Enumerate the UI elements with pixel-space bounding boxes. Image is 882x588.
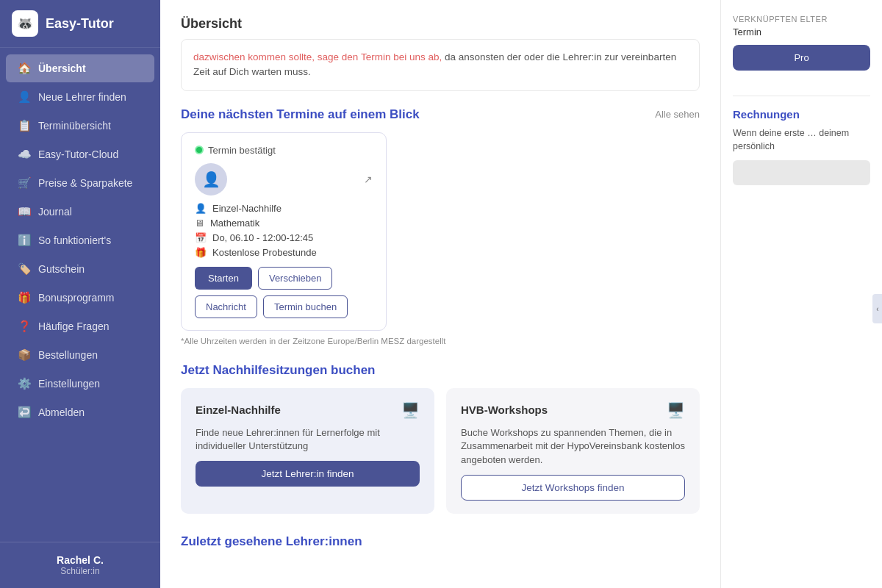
find-teacher-button[interactable]: Jetzt Lehrer:in finden — [196, 461, 420, 487]
sidebar-item-abmelden[interactable]: ↩️ Abmelden — [6, 398, 154, 426]
logo-emoji: 🦝 — [17, 15, 33, 32]
subject-label: Mathematik — [210, 218, 259, 229]
calendar-icon: 📋 — [18, 119, 31, 132]
person-icon: 👤 — [195, 203, 207, 214]
user-icon: 👤 — [18, 90, 31, 104]
date-label: Do, 06.10 - 12:00-12:45 — [212, 232, 313, 243]
hvb-title: HVB-Workshops — [461, 404, 548, 416]
linked-parent-label: verknüpften Elter — [733, 15, 870, 24]
einzel-title: Einzel-Nachhilfe — [196, 404, 281, 416]
logout-icon: ↩️ — [18, 406, 31, 419]
sidebar-item-label: Preise & Sparpakete — [38, 177, 132, 189]
teacher-row: 👤 ↗ — [195, 163, 373, 196]
monitor-icon: 🖥 — [195, 218, 204, 229]
calendar-detail-icon: 📅 — [195, 232, 207, 243]
booking-title: Jetzt Nachhilfesitzungen buchen — [181, 363, 375, 378]
page-title: Übersicht — [181, 0, 700, 39]
booking-card-header-hvb: HVB-Workshops 🖥️ — [461, 401, 685, 419]
sidebar-item-bestellungen[interactable]: 📦 Bestellungen — [6, 341, 154, 369]
user-name: Rachel C. — [12, 554, 148, 566]
teacher-avatar: 👤 — [195, 163, 227, 196]
notice-box: dazwischen kommen sollte, sage den Termi… — [181, 39, 700, 91]
divider — [733, 96, 870, 96]
appointments-title: Deine nächsten Termine auf einem Blick — [181, 107, 420, 122]
appointment-date: 📅 Do, 06.10 - 12:00-12:45 — [195, 232, 373, 243]
timezone-note: *Alle Uhrzeiten werden in der Zeitzone E… — [181, 337, 700, 345]
home-icon: 🏠 — [18, 62, 31, 75]
sidebar: 🦝 Easy-Tutor 🏠 Übersicht 👤 Neue Lehrer f… — [0, 0, 160, 588]
right-panel: ‹ verknüpften Elter Termin Pro Rechnunge… — [720, 0, 882, 588]
appointment-subject: 🖥 Mathematik — [195, 218, 373, 229]
sidebar-item-uebersicht[interactable]: 🏠 Übersicht — [6, 54, 154, 82]
sidebar-item-haeufige-fragen[interactable]: ❓ Häufige Fragen — [6, 312, 154, 340]
find-workshops-button[interactable]: Jetzt Workshops finden — [461, 475, 685, 501]
sidebar-item-label: Einstellungen — [38, 378, 100, 390]
sidebar-item-terminuebersicht[interactable]: 📋 Terminübersicht — [6, 112, 154, 140]
sidebar-item-label: Journal — [38, 206, 72, 218]
sidebar-item-label: Häufige Fragen — [38, 320, 110, 332]
appointment-note: 🎁 Kostenlose Probestunde — [195, 247, 373, 258]
sidebar-item-label: Übersicht — [38, 62, 86, 74]
package-icon: 📦 — [18, 348, 31, 362]
sidebar-item-so-funktioniert[interactable]: ℹ️ So funktioniert's — [6, 226, 154, 254]
sidebar-item-journal[interactable]: 📖 Journal — [6, 198, 154, 226]
message-button[interactable]: Nachricht — [195, 295, 257, 318]
invoices-input-placeholder — [733, 160, 870, 185]
sidebar-item-label: Gutschein — [38, 263, 85, 275]
sidebar-item-preise[interactable]: 🛒 Preise & Sparpakete — [6, 169, 154, 197]
sidebar-item-label: So funktioniert's — [38, 234, 111, 246]
einzel-icon: 🖥️ — [401, 401, 420, 419]
info-icon: ℹ️ — [18, 234, 31, 247]
actions-row2: Nachricht Termin buchen — [195, 295, 373, 318]
linked-parent-value: Termin — [733, 26, 870, 37]
invoices-section: Rechnungen Wenn deine erste … deinem per… — [733, 108, 870, 185]
actions-row1: Starten Verschieben — [195, 267, 373, 290]
logo-icon: 🦝 — [12, 10, 38, 37]
notice-highlight: dazwischen kommen sollte, sage den Termi… — [193, 51, 442, 62]
appointments-header: Deine nächsten Termine auf einem Blick A… — [181, 107, 700, 122]
promo-button[interactable]: Pro — [733, 45, 870, 71]
cloud-icon: ☁️ — [18, 148, 31, 161]
logo-text: Easy-Tutor — [46, 16, 114, 32]
appointment-status: Termin bestätigt — [195, 145, 373, 156]
sidebar-item-cloud[interactable]: ☁️ Easy-Tutor-Cloud — [6, 140, 154, 168]
user-info: Rachel C. Schüler:in — [0, 542, 160, 588]
book-icon: 📖 — [18, 205, 31, 218]
content-area: Übersicht dazwischen kommen sollte, sage… — [160, 0, 720, 588]
postpone-button[interactable]: Verschieben — [258, 267, 333, 290]
nav-menu: 🏠 Übersicht 👤 Neue Lehrer finden 📋 Termi… — [0, 48, 160, 542]
sidebar-item-label: Easy-Tutor-Cloud — [38, 148, 118, 160]
sidebar-item-label: Bestellungen — [38, 349, 98, 361]
booking-card-hvb: HVB-Workshops 🖥️ Buche Workshops zu span… — [446, 388, 700, 514]
sidebar-item-gutschein[interactable]: 🏷️ Gutschein — [6, 255, 154, 283]
appointment-actions: Starten Verschieben Nachricht Termin buc… — [195, 267, 373, 318]
sidebar-item-bonusprogramm[interactable]: 🎁 Bonusprogramm — [6, 284, 154, 312]
booking-header: Jetzt Nachhilfesitzungen buchen — [181, 363, 700, 378]
invoices-desc: Wenn deine erste … deinem persönlich — [733, 126, 870, 153]
cart-icon: 🛒 — [18, 176, 31, 190]
external-link-icon[interactable]: ↗ — [364, 173, 373, 185]
logo-area: 🦝 Easy-Tutor — [0, 0, 160, 48]
appointment-card: Termin bestätigt 👤 ↗ 👤 Einzel-Nachhilfe … — [181, 132, 387, 331]
booking-cards: Einzel-Nachhilfe 🖥️ Finde neue Lehrer:in… — [181, 388, 700, 514]
hvb-icon: 🖥️ — [667, 401, 685, 419]
invoices-title: Rechnungen — [733, 108, 870, 121]
tag-icon: 🏷️ — [18, 262, 31, 276]
status-label: Termin bestätigt — [208, 145, 276, 156]
start-button[interactable]: Starten — [195, 267, 252, 290]
sidebar-item-neue-lehrer[interactable]: 👤 Neue Lehrer finden — [6, 83, 154, 111]
panel-toggle[interactable]: ‹ — [872, 294, 882, 323]
book-button[interactable]: Termin buchen — [263, 295, 348, 318]
sidebar-item-label: Bonusprogramm — [38, 292, 115, 304]
gift-icon: 🎁 — [18, 291, 31, 304]
sidebar-item-einstellungen[interactable]: ⚙️ Einstellungen — [6, 370, 154, 398]
note-label: Kostenlose Probestunde — [212, 247, 317, 258]
gear-icon: ⚙️ — [18, 377, 31, 390]
user-role: Schüler:in — [12, 566, 148, 576]
einzel-desc: Finde neue Lehrer:innen für Lernerfolge … — [196, 426, 420, 454]
question-icon: ❓ — [18, 320, 31, 333]
sidebar-item-label: Neue Lehrer finden — [38, 91, 126, 103]
main-area: Übersicht dazwischen kommen sollte, sage… — [160, 0, 882, 588]
alle-sehen-link[interactable]: Alle sehen — [655, 109, 700, 120]
gift-detail-icon: 🎁 — [195, 247, 207, 258]
